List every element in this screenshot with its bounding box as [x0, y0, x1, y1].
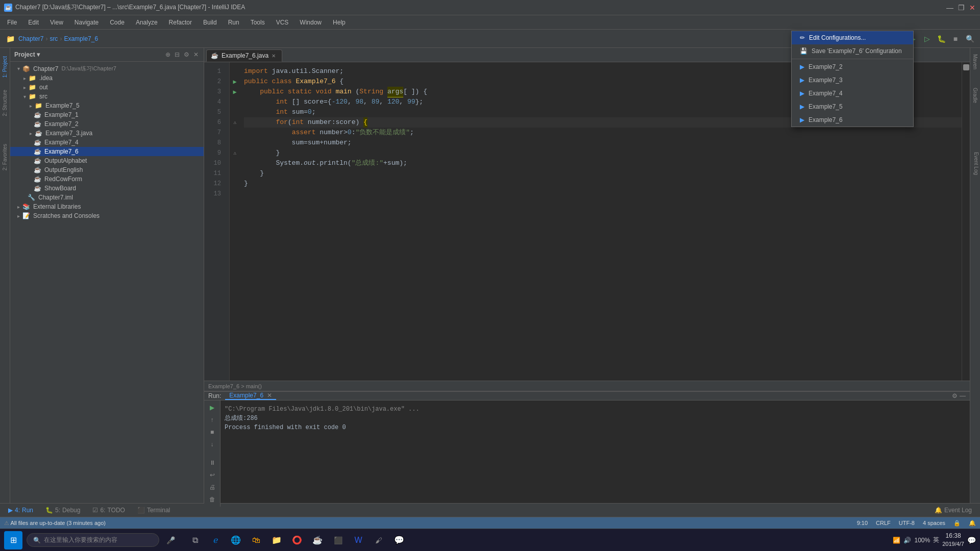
dropdown-example74[interactable]: ▶ Example7_4: [792, 87, 913, 100]
tree-item-redcowform[interactable]: ☕ RedCowForm: [10, 174, 204, 184]
menu-file[interactable]: File: [2, 17, 22, 28]
run-pause-icon[interactable]: ⏸: [207, 458, 217, 468]
tree-item-outputalphabet[interactable]: ☕ OutputAlphabet: [10, 156, 204, 165]
breadcrumb-src[interactable]: src: [50, 35, 58, 42]
taskbar-app-intellij[interactable]: ☕: [308, 531, 327, 549]
maximize-button[interactable]: ❐: [958, 4, 965, 11]
dropdown-example73[interactable]: ▶ Example7_3: [792, 73, 913, 87]
tree-item-out[interactable]: ▸ 📁 out: [10, 83, 204, 92]
menu-navigate[interactable]: Navigate: [69, 17, 104, 28]
minimize-panel-icon[interactable]: —: [960, 392, 966, 399]
gutter-2[interactable]: ▶: [230, 77, 240, 87]
bottom-tab-run[interactable]: ▶ 4: Run: [2, 505, 39, 516]
stop-button[interactable]: ■: [949, 33, 962, 45]
dropdown-example76[interactable]: ▶ Example7_6: [792, 113, 913, 127]
run-up-icon[interactable]: ↑: [207, 415, 217, 425]
indent[interactable]: 4 spaces: [923, 520, 945, 526]
structure-side-tab[interactable]: 2: Structure: [1, 86, 9, 120]
gutter-3[interactable]: ▶: [230, 87, 240, 97]
taskbar-app-taskview[interactable]: ⧉: [186, 531, 204, 549]
taskbar-app-store[interactable]: 🛍: [247, 531, 265, 549]
run-tab-close[interactable]: ✕: [267, 392, 272, 399]
tree-item-example74[interactable]: ☕ Example7_4: [10, 138, 204, 147]
taskbar-app-word[interactable]: W: [349, 531, 368, 549]
taskbar-app-paint[interactable]: 🖌: [370, 531, 388, 549]
coverage-button[interactable]: ▷: [921, 33, 933, 45]
taskbar-app-files[interactable]: 📁: [267, 531, 286, 549]
settings-icon[interactable]: ⚙: [952, 392, 958, 399]
menu-vcs[interactable]: VCS: [271, 17, 294, 28]
tray-lang[interactable]: 英: [933, 536, 939, 544]
menu-view[interactable]: View: [45, 17, 68, 28]
taskbar-app-red[interactable]: ⭕: [288, 531, 306, 549]
breadcrumb-file[interactable]: Example7_6: [64, 35, 98, 42]
mic-icon[interactable]: 🎤: [163, 533, 178, 547]
dropdown-example72[interactable]: ▶ Example7_2: [792, 60, 913, 73]
tree-item-example75[interactable]: ▸ 📁 Example7_5: [10, 101, 204, 110]
sync-icon[interactable]: ⊕: [164, 50, 172, 59]
menu-build[interactable]: Build: [198, 17, 222, 28]
bottom-tab-terminal[interactable]: ⬛ Terminal: [131, 505, 176, 516]
menu-analyze[interactable]: Analyze: [131, 17, 163, 28]
debug-button[interactable]: 🐛: [935, 33, 947, 45]
taskbar-app-wechat[interactable]: 💬: [390, 531, 408, 549]
menu-help[interactable]: Help: [328, 17, 351, 28]
menu-refactor[interactable]: Refactor: [164, 17, 197, 28]
menu-edit[interactable]: Edit: [23, 17, 44, 28]
run-print-icon[interactable]: 🖨: [207, 482, 217, 492]
tree-item-example72[interactable]: ☕ Example7_2: [10, 119, 204, 129]
right-tab-maven[interactable]: Maven: [971, 52, 979, 71]
run-clear-icon[interactable]: 🗑: [207, 494, 217, 505]
menu-tools[interactable]: Tools: [246, 17, 270, 28]
taskbar-search[interactable]: 🔍 在这里输入你要搜索的内容: [27, 533, 159, 547]
tree-item-example73[interactable]: ▸ ☕ Example7_3.java: [10, 129, 204, 138]
dropdown-save-config[interactable]: 💾 Save 'Example7_6' Configuration: [792, 44, 913, 58]
taskbar-time[interactable]: 16:38 2019/4/7: [942, 532, 964, 548]
close-button[interactable]: ✕: [969, 4, 976, 11]
tree-item-scratches[interactable]: ▸ 📝 Scratches and Consoles: [10, 211, 204, 220]
minimize-button[interactable]: —: [946, 4, 953, 11]
tab-close-icon[interactable]: ✕: [272, 53, 276, 59]
title-bar-controls[interactable]: — ❐ ✕: [946, 4, 976, 11]
taskbar-app-cmd[interactable]: ⬛: [329, 531, 347, 549]
run-tab-example76[interactable]: Example7_6 ✕: [225, 392, 276, 400]
run-down-icon[interactable]: ↓: [207, 439, 217, 449]
tree-item-example76[interactable]: ☕ Example7_6: [10, 147, 204, 156]
project-side-tab[interactable]: 1: Project: [1, 52, 9, 82]
search-icon[interactable]: 🔍: [964, 33, 976, 45]
tree-item-src[interactable]: ▾ 📁 src: [10, 92, 204, 101]
run-stop-icon[interactable]: ■: [207, 427, 217, 437]
project-icon[interactable]: 📁: [4, 33, 16, 45]
taskbar-app-edge[interactable]: ℯ: [206, 531, 225, 549]
tree-item-chapter7[interactable]: ▾ 📦 Chapter7 D:\Java练习\Chapter7: [10, 64, 204, 73]
right-tab-gradle[interactable]: Gradle: [971, 86, 979, 105]
collapse-icon[interactable]: ⊟: [174, 50, 181, 59]
close-panel-icon[interactable]: ✕: [192, 50, 200, 59]
settings-icon[interactable]: ⚙: [183, 50, 190, 59]
breadcrumb-project[interactable]: Chapter7: [18, 35, 43, 42]
tree-item-extlibs[interactable]: ▸ 📚 External Libraries: [10, 202, 204, 211]
line-ending[interactable]: CRLF: [876, 520, 891, 526]
menu-window[interactable]: Window: [295, 17, 327, 28]
run-play-icon[interactable]: ▶: [207, 403, 217, 413]
taskbar-app-browser[interactable]: 🌐: [227, 531, 245, 549]
tray-notification[interactable]: 💬: [967, 536, 976, 544]
tree-item-idea[interactable]: ▸ 📁 .idea: [10, 73, 204, 83]
dropdown-edit-configs[interactable]: ✏ Edit Configurations...: [792, 31, 913, 44]
tree-item-example71[interactable]: ☕ Example7_1: [10, 110, 204, 119]
cursor-position[interactable]: 9:10: [857, 520, 868, 526]
tree-item-chapter7iml[interactable]: 🔧 Chapter7.iml: [10, 193, 204, 202]
tree-item-outputenglish[interactable]: ☕ OutputEnglish: [10, 165, 204, 174]
notification-icon[interactable]: 🔔: [969, 520, 976, 527]
bottom-tab-todo[interactable]: ☑ 6: TODO: [86, 505, 131, 516]
dropdown-example75[interactable]: ▶ Example7_5: [792, 100, 913, 113]
start-button[interactable]: ⊞: [4, 531, 22, 549]
menu-run[interactable]: Run: [223, 17, 244, 28]
tree-item-showboard[interactable]: ☕ ShowBoard: [10, 184, 204, 193]
run-wrap-icon[interactable]: ↩: [207, 470, 217, 480]
menu-code[interactable]: Code: [105, 17, 130, 28]
encoding[interactable]: UTF-8: [899, 520, 915, 526]
editor-tab-example76[interactable]: ☕ Example7_6.java ✕: [206, 49, 282, 62]
right-tab-event[interactable]: Event Log: [972, 150, 980, 177]
tray-volume[interactable]: 🔊: [903, 537, 911, 544]
